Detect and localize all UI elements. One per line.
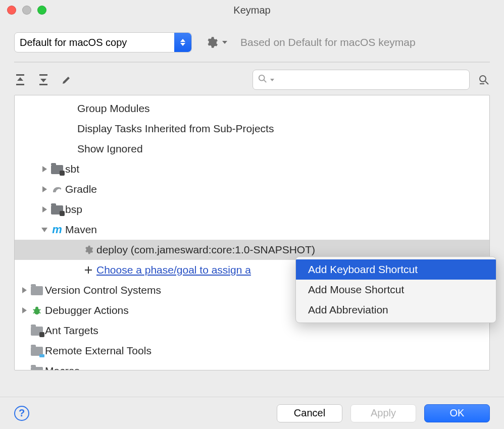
- triangle-down-icon: [39, 227, 50, 233]
- svg-point-10: [34, 308, 40, 314]
- tree-item-sbt[interactable]: sbt: [15, 159, 489, 179]
- folder-icon: [50, 204, 64, 215]
- tree-item-macros[interactable]: Macros: [15, 361, 489, 370]
- tree-item-ant[interactable]: Ant Targets: [15, 320, 489, 341]
- triangle-right-icon: [19, 307, 30, 314]
- svg-rect-0: [16, 74, 24, 76]
- actions-tree[interactable]: Group Modules Display Tasks Inherited fr…: [14, 95, 490, 370]
- context-menu: Add Keyboard Shortcut Add Mouse Shortcut…: [295, 256, 496, 323]
- tree-item[interactable]: Group Modules: [15, 98, 489, 119]
- gradle-icon: [50, 184, 64, 194]
- find-by-shortcut-icon[interactable]: [478, 74, 490, 86]
- search-input[interactable]: [277, 75, 464, 85]
- triangle-right-icon: [39, 186, 50, 193]
- folder-icon: [30, 366, 44, 370]
- tree-item-bsp[interactable]: bsp: [15, 199, 489, 220]
- window-title: Keymap: [0, 5, 504, 16]
- search-input-wrapper[interactable]: [253, 70, 470, 90]
- gear-icon[interactable]: [205, 36, 218, 49]
- edit-icon[interactable]: [61, 74, 73, 86]
- svg-line-7: [485, 81, 488, 84]
- triangle-right-icon: [39, 206, 50, 213]
- tree-item-remote-tools[interactable]: Remote External Tools: [15, 341, 489, 361]
- folder-icon: [30, 285, 44, 295]
- tree-item[interactable]: Show Ignored: [15, 139, 489, 159]
- folder-icon: [50, 164, 64, 174]
- ctx-add-abbreviation[interactable]: Add Abbreviation: [296, 300, 496, 320]
- svg-rect-3: [39, 84, 47, 85]
- chevron-down-icon[interactable]: [222, 40, 227, 45]
- collapse-all-icon[interactable]: [37, 74, 49, 86]
- help-button[interactable]: ?: [14, 406, 29, 421]
- folder-icon: [30, 326, 44, 336]
- ok-button[interactable]: OK: [424, 404, 490, 422]
- apply-button: Apply: [350, 404, 416, 422]
- search-icon: [258, 74, 267, 86]
- keymap-scheme-label: Default for macOS copy: [20, 37, 127, 48]
- tree-item-maven[interactable]: m Maven: [15, 220, 489, 240]
- dropdown-caret-icon: [174, 33, 191, 52]
- plus-icon: [81, 265, 95, 275]
- triangle-right-icon: [19, 287, 30, 294]
- folder-icon: [30, 346, 44, 356]
- svg-rect-2: [39, 74, 47, 76]
- ctx-add-mouse-shortcut[interactable]: Add Mouse Shortcut: [296, 280, 496, 300]
- tree-item[interactable]: Display Tasks Inherited from Sub-Project…: [15, 119, 489, 139]
- bug-icon: [30, 305, 44, 316]
- maven-icon: m: [50, 223, 64, 236]
- svg-line-5: [264, 80, 267, 82]
- ctx-add-keyboard-shortcut[interactable]: Add Keyboard Shortcut: [296, 259, 496, 280]
- based-on-label: Based on Default for macOS keymap: [240, 36, 416, 48]
- expand-all-icon[interactable]: [14, 74, 26, 86]
- choose-phase-link[interactable]: Choose a phase/goal to assign a: [95, 264, 251, 276]
- tree-item-gradle[interactable]: Gradle: [15, 179, 489, 199]
- triangle-right-icon: [39, 166, 50, 173]
- svg-point-6: [480, 76, 486, 82]
- gear-icon: [81, 245, 95, 255]
- divider: [14, 62, 490, 63]
- keymap-scheme-select[interactable]: Default for macOS copy: [14, 32, 192, 52]
- svg-point-4: [259, 75, 265, 80]
- svg-rect-9: [85, 270, 92, 271]
- svg-rect-11: [35, 307, 38, 309]
- cancel-button[interactable]: Cancel: [277, 404, 342, 422]
- svg-rect-1: [16, 84, 24, 85]
- search-options-dropdown-icon[interactable]: [270, 79, 274, 81]
